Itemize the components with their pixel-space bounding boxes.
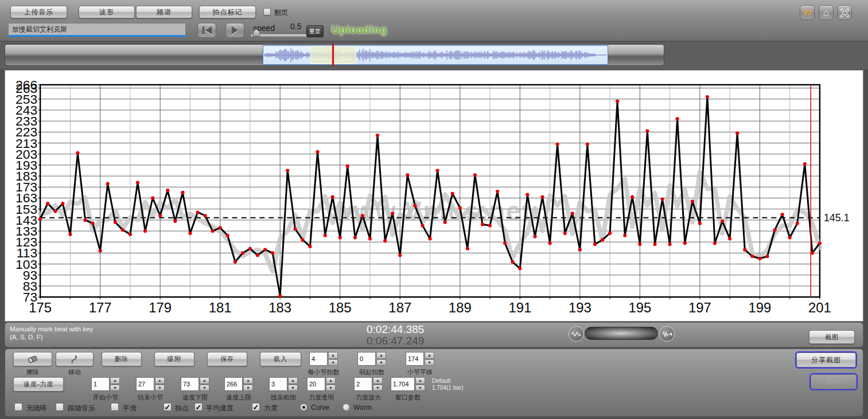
stepper-up-icon[interactable]: ▲	[415, 377, 425, 384]
toolbar: 上传音乐 波形 频谱 拍点标记 翻页 speed 0.5 重置 Uploadin…	[0, 0, 868, 41]
volume-slider[interactable]	[585, 327, 658, 340]
window-param-stepper: ▲▼ 窗口参数	[391, 377, 425, 391]
move-button[interactable]	[56, 352, 94, 366]
waveform-overview[interactable]	[263, 45, 608, 65]
bar-offset-value[interactable]	[406, 352, 424, 366]
stepper-down-icon[interactable]: ▼	[425, 359, 434, 366]
dynamics-checkbox[interactable]	[252, 403, 260, 411]
pickup-beats-label: 弱起拍数	[359, 368, 384, 377]
svg-text:199: 199	[748, 300, 771, 315]
stepper-down-icon[interactable]: ▼	[328, 359, 338, 366]
stepper-down-icon[interactable]: ▼	[243, 385, 253, 391]
end-bar-label: 结束小节	[138, 393, 163, 402]
status-bar: Manually mark beat with key (A, S, D, F)…	[5, 322, 863, 347]
erase-button[interactable]	[13, 352, 52, 366]
volume-min-button[interactable]	[569, 326, 584, 342]
beat-points-checkbox[interactable]	[164, 403, 172, 411]
default-note: Default: 1.704(1 bar)	[432, 378, 463, 391]
tempo-max-label: 速度上限	[226, 393, 251, 402]
avg-tempo-checkbox[interactable]	[194, 403, 203, 411]
beat-mark-button[interactable]: 拍点标记	[199, 6, 256, 18]
no-click-label: 无嘀嗒	[26, 404, 47, 413]
stepper-up-icon[interactable]: ▲	[200, 377, 209, 384]
follow-music-checkbox[interactable]	[56, 403, 64, 411]
skip-to-start-button[interactable]	[197, 23, 216, 38]
snap-button[interactable]: 吸附	[154, 352, 194, 366]
home-button[interactable]: ⌂	[819, 5, 834, 20]
hint-text-line1: Manually mark beat with key	[10, 326, 93, 332]
smooth-checkbox[interactable]	[111, 403, 119, 411]
worm-radio[interactable]	[342, 404, 350, 411]
erase-label: 擦除	[13, 368, 52, 377]
waveform-arrow-icon	[661, 330, 673, 338]
current-time: 0:02:44.385	[367, 323, 424, 336]
beat-points-label: 拍点	[175, 404, 189, 413]
volume-max-button[interactable]	[659, 326, 675, 342]
stepper-up-icon[interactable]: ▲	[110, 377, 120, 384]
svg-text:197: 197	[688, 300, 711, 315]
beats-per-bar-value[interactable]	[309, 352, 328, 366]
dynamics-opacity-value[interactable]	[307, 377, 325, 391]
tempo-min-value[interactable]	[181, 377, 199, 391]
no-click-checkbox[interactable]	[14, 403, 22, 411]
stepper-up-icon[interactable]: ▲	[425, 352, 434, 359]
worm-label: Worm	[353, 404, 372, 412]
stepper-down-icon[interactable]: ▼	[376, 359, 386, 366]
speed-value: 0.5	[290, 22, 301, 31]
stepper-up-icon[interactable]: ▲	[376, 352, 386, 359]
stepper-up-icon[interactable]: ▲	[243, 377, 253, 384]
svg-text:189: 189	[449, 300, 472, 315]
stepper-up-icon[interactable]: ▲	[288, 377, 298, 384]
tempo-dynamics-mode-button[interactable]: 速度-力度	[13, 377, 64, 391]
window-param-value[interactable]	[391, 377, 415, 391]
pickup-beats-value[interactable]	[357, 352, 376, 366]
ioi-button[interactable]: IOI+	[811, 374, 857, 389]
version-button[interactable]: V2	[800, 5, 815, 20]
fullscreen-icon	[840, 8, 850, 18]
move-icon	[70, 355, 79, 364]
track-name-input[interactable]	[8, 23, 186, 37]
screenshot-button[interactable]: 截图	[809, 330, 855, 344]
overview-playhead[interactable]	[332, 44, 334, 66]
stepper-down-icon[interactable]: ▼	[200, 385, 209, 391]
upload-music-button[interactable]: 上传音乐	[10, 6, 67, 18]
stepper-down-icon[interactable]: ▼	[155, 385, 165, 391]
curve-radio[interactable]	[300, 404, 308, 411]
stepper-up-icon[interactable]: ▲	[326, 377, 336, 384]
fullscreen-button[interactable]	[837, 5, 852, 20]
share-screenshot-button[interactable]: 分享截图	[796, 353, 856, 367]
stepper-down-icon[interactable]: ▼	[326, 385, 336, 391]
reset-button[interactable]: 重置	[306, 25, 324, 37]
control-panel: 擦除 移动 删除 吸附 保存 载入 ▲▼ 每小节拍数 ▲▼ 弱起拍数 ▲▼ 小节…	[5, 348, 863, 417]
end-bar-stepper: ▲▼ 结束小节	[136, 377, 165, 391]
tempo-max-value[interactable]	[224, 377, 243, 391]
waveform-button[interactable]: 波形	[79, 6, 135, 18]
load-button[interactable]: 载入	[260, 352, 301, 366]
sine-wave-icon	[571, 330, 582, 338]
line-width-stepper: ▲▼ 线条粗细	[269, 377, 298, 391]
svg-text:177: 177	[89, 300, 112, 315]
overview-strip	[0, 42, 868, 69]
save-button[interactable]: 保存	[207, 352, 247, 366]
stepper-up-icon[interactable]: ▲	[328, 352, 338, 359]
stepper-down-icon[interactable]: ▼	[288, 385, 298, 391]
start-bar-stepper: ▲▼ 开始小节	[91, 377, 120, 391]
end-bar-value[interactable]	[136, 377, 154, 391]
page-flip-checkbox[interactable]	[263, 8, 271, 15]
stepper-down-icon[interactable]: ▼	[110, 385, 120, 391]
svg-text:183: 183	[268, 300, 291, 315]
tempo-chart[interactable]: 2662632532432332232132031931831731631531…	[5, 71, 863, 321]
beats-per-bar-stepper: ▲▼ 每小节拍数	[309, 352, 338, 366]
delete-button[interactable]: 删除	[102, 352, 142, 366]
stepper-up-icon[interactable]: ▲	[155, 377, 165, 384]
tempo-chart-panel[interactable]: 2662632532432332232132031931831731631531…	[5, 70, 863, 322]
play-button[interactable]	[225, 23, 244, 38]
start-bar-value[interactable]	[91, 377, 110, 391]
stepper-down-icon[interactable]: ▼	[373, 385, 383, 391]
line-width-value[interactable]	[269, 377, 287, 391]
avg-tempo-label: 平均速度	[206, 404, 233, 413]
stepper-down-icon[interactable]: ▼	[415, 385, 425, 391]
spectrum-button[interactable]: 频谱	[136, 6, 192, 18]
stepper-up-icon[interactable]: ▲	[373, 377, 383, 384]
dynamics-scale-value[interactable]	[354, 377, 372, 391]
